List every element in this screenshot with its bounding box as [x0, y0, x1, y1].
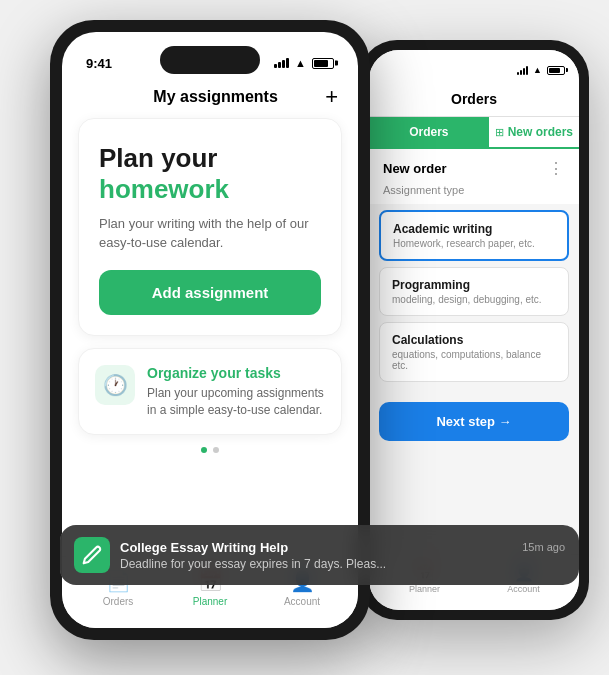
back-header-title: Orders	[451, 91, 497, 107]
assignment-type-name-calculations: Calculations	[392, 333, 556, 347]
add-assignment-button[interactable]: Add assignment	[99, 270, 321, 315]
front-planner-label: Planner	[193, 596, 227, 607]
new-order-header: New order ⋮	[369, 149, 579, 182]
back-top-tabs[interactable]: Orders ⊞ New orders	[369, 117, 579, 149]
back-status-icons: ▲	[517, 65, 565, 75]
hero-subtitle: Plan your writing with the help of our e…	[99, 215, 321, 251]
toast-app-icon	[74, 537, 110, 573]
back-tab-orders[interactable]: Orders	[369, 117, 489, 149]
assignment-type-name-academic: Academic writing	[393, 222, 555, 236]
organize-icon-wrap: 🕐	[95, 365, 135, 405]
toast-content: College Essay Writing Help 15m ago Deadl…	[120, 540, 565, 571]
back-header: Orders	[369, 86, 579, 117]
new-order-title: New order	[383, 161, 447, 176]
organize-card: 🕐 Organize your tasks Plan your upcoming…	[78, 348, 342, 436]
pencil-icon	[82, 545, 102, 565]
notification-toast[interactable]: College Essay Writing Help 15m ago Deadl…	[60, 525, 579, 585]
back-signal-icon	[517, 66, 528, 75]
back-account-label: Account	[507, 584, 540, 594]
back-tab-new-orders[interactable]: ⊞ New orders	[489, 117, 579, 149]
dot-2	[213, 447, 219, 453]
assignment-type-examples-academic: Homework, research paper, etc.	[393, 238, 555, 249]
organize-description: Plan your upcoming assignments in a simp…	[147, 385, 325, 419]
organize-calendar-icon: 🕐	[103, 373, 128, 397]
assignment-type-item-calculations[interactable]: Calculations equations, computations, ba…	[379, 322, 569, 382]
assignment-type-item-programming[interactable]: Programming modeling, design, debugging,…	[379, 267, 569, 316]
dot-1	[201, 447, 207, 453]
front-content: Plan your homework Plan your writing wit…	[62, 118, 358, 461]
front-orders-label: Orders	[103, 596, 134, 607]
toast-header: College Essay Writing Help 15m ago	[120, 540, 565, 555]
hero-title-line1: Plan your	[99, 143, 321, 174]
assignment-type-label: Assignment type	[369, 182, 579, 204]
carousel-dots	[78, 435, 342, 461]
front-add-button[interactable]: +	[325, 86, 338, 108]
toast-title: College Essay Writing Help	[120, 540, 288, 555]
front-status-time: 9:41	[86, 56, 112, 71]
new-orders-icon: ⊞	[495, 126, 504, 139]
back-status-bar: 9:41 ▲	[369, 50, 579, 86]
assignment-types-list: Academic writing Homework, research pape…	[369, 204, 579, 394]
hero-card: Plan your homework Plan your writing wit…	[78, 118, 342, 336]
toast-body: Deadline for your essay expires in 7 day…	[120, 557, 565, 571]
back-planner-label: Planner	[409, 584, 440, 594]
toast-time: 15m ago	[522, 541, 565, 553]
organize-title: Organize your tasks	[147, 365, 325, 381]
back-battery-icon	[547, 66, 565, 75]
assignment-type-examples-calculations: equations, computations, balance etc.	[392, 349, 556, 371]
hero-title-line2: homework	[99, 174, 321, 205]
front-wifi-icon: ▲	[295, 57, 306, 69]
front-battery-icon	[312, 58, 334, 69]
new-order-menu-icon[interactable]: ⋮	[548, 159, 565, 178]
dynamic-island	[160, 46, 260, 74]
front-header-title: My assignments	[106, 88, 325, 106]
front-status-icons: ▲	[274, 57, 334, 69]
scene: 9:41 ▲ Orders Orders	[0, 0, 609, 675]
assignment-type-item-academic[interactable]: Academic writing Homework, research pape…	[379, 210, 569, 261]
front-account-label: Account	[284, 596, 320, 607]
back-wifi-icon: ▲	[533, 65, 542, 75]
front-header: My assignments +	[62, 82, 358, 118]
organize-text-block: Organize your tasks Plan your upcoming a…	[147, 365, 325, 419]
next-step-button[interactable]: Next step →	[379, 402, 569, 441]
front-signal-icon	[274, 58, 289, 68]
assignment-type-name-programming: Programming	[392, 278, 556, 292]
assignment-type-examples-programming: modeling, design, debugging, etc.	[392, 294, 556, 305]
